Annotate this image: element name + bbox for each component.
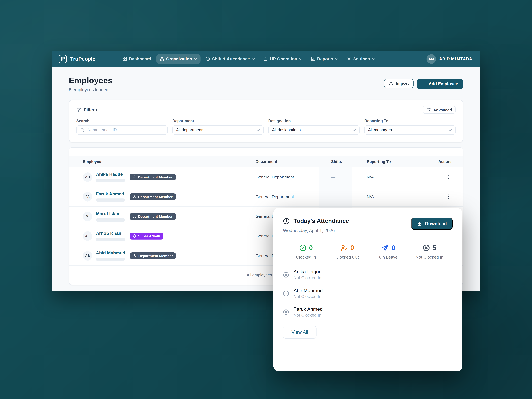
role-badge-label: Department Member (138, 175, 172, 179)
column-header-department: Department (255, 159, 331, 163)
trupeople-logo-icon (58, 54, 67, 63)
shield-icon (133, 234, 136, 238)
stat-label: Clocked In (296, 255, 316, 260)
role-badge-label: Department Member (138, 195, 172, 199)
person-icon (133, 195, 136, 198)
designation-select[interactable]: All designations (268, 125, 360, 135)
nav-item-organization[interactable]: Organization (156, 54, 201, 63)
kebab-icon (448, 194, 449, 199)
cell-department: General Department (255, 194, 331, 199)
stat-clocked-in: 0 Clocked In (291, 244, 322, 260)
page-subtitle: 5 employees loaded (69, 87, 113, 92)
cell-department: General Department (255, 175, 331, 179)
attendance-popup: Today's Attendance Wednesday, April 1, 2… (273, 208, 462, 371)
employee-avatar: MI (83, 212, 92, 221)
employee-avatar: AB (83, 251, 92, 260)
top-navbar: TruPeople Dashboard Organization (52, 51, 480, 67)
funnel-icon (76, 107, 81, 112)
department-select[interactable]: All departments (172, 125, 264, 135)
nav-label: Shift & Attendance (212, 57, 250, 61)
advanced-label: Advanced (433, 108, 452, 112)
attendance-entry-list: Anika Haque Not Clocked In Abir Mahmud N… (283, 269, 453, 317)
nav-item-dashboard[interactable]: Dashboard (119, 54, 155, 63)
chevron-down-icon (257, 129, 260, 131)
sliders-icon (427, 108, 431, 112)
person-icon (133, 214, 136, 218)
stat-label: Not Clocked In (416, 255, 443, 260)
circle-x-icon (283, 290, 289, 296)
employee-id-skeleton (96, 198, 125, 202)
nav-item-reports[interactable]: Reports (307, 54, 342, 63)
filter-field-search: Search (76, 119, 168, 135)
reporting-to-field-label: Reporting To (364, 119, 456, 123)
stat-value: 5 (432, 244, 436, 252)
person-icon (133, 254, 137, 258)
user-name: ABID MUJTABA (439, 57, 472, 61)
entry-name: Abir Mahmud (293, 288, 323, 293)
chevron-down-icon (335, 58, 338, 60)
department-field-label: Department (172, 119, 264, 123)
advanced-filters-button[interactable]: Advanced (423, 106, 456, 114)
employee-name-link[interactable]: Maruf Islam (96, 211, 120, 216)
row-actions-menu-button[interactable] (444, 192, 453, 201)
employee-name-link[interactable]: Abid Mahmud (96, 250, 125, 255)
employee-name-link[interactable]: Arnob Khan (96, 231, 121, 236)
bar-chart-icon (311, 57, 315, 61)
nav-item-settings[interactable]: Settings (343, 54, 378, 63)
app-logo: TruPeople (58, 54, 95, 63)
avatar: AM (427, 54, 436, 63)
entry-status: Not Clocked In (293, 313, 323, 318)
kebab-icon (448, 174, 449, 179)
employee-name-link[interactable]: Anika Haque (96, 172, 123, 177)
nav-item-shift-attendance[interactable]: Shift & Attendance (202, 54, 258, 63)
cell-reporting-to: N/A (367, 175, 435, 179)
column-header-employee: Employee (83, 159, 255, 163)
employee-avatar: AK (83, 231, 92, 241)
download-icon (417, 221, 422, 226)
entry-name: Faruk Ahmed (293, 306, 323, 312)
employee-avatar: FA (83, 192, 92, 201)
list-item: Anika Haque Not Clocked In (283, 269, 453, 280)
import-button[interactable]: Import (384, 79, 414, 88)
download-label: Download (425, 221, 447, 226)
column-header-shifts: Shifts (331, 159, 367, 163)
person-check-icon (340, 244, 348, 251)
stat-value: 0 (350, 244, 354, 252)
role-badge-label: Super Admin (138, 234, 160, 238)
nav-label: Settings (353, 57, 370, 61)
chevron-down-icon (372, 58, 375, 60)
attendance-stats: 0 Clocked In 0 Clocked Out 0 (283, 244, 453, 260)
chevron-down-icon (449, 129, 452, 131)
organization-icon (160, 57, 164, 61)
attendance-title: Today's Attendance (293, 217, 349, 225)
page-header: Employees 5 employees loaded Import Add … (69, 76, 463, 92)
circle-x-icon (283, 272, 289, 278)
employee-name-link[interactable]: Faruk Ahmed (96, 191, 124, 196)
user-menu[interactable]: AM ABID MUJTABA (427, 54, 472, 63)
circle-x-icon (283, 309, 289, 315)
column-header-reporting-to: Reporting To (367, 159, 435, 163)
list-item: Faruk Ahmed Not Clocked In (283, 306, 453, 318)
role-badge: Department Member (130, 213, 176, 220)
circle-check-icon (299, 244, 306, 251)
list-item: Abir Mahmud Not Clocked In (283, 288, 453, 299)
employee-avatar: AH (83, 172, 92, 182)
stat-value: 0 (391, 244, 395, 252)
gear-icon (347, 57, 351, 61)
filter-field-designation: Designation All designations (268, 119, 360, 135)
nav-item-hr-operation[interactable]: HR Operation (260, 54, 306, 63)
add-employee-button[interactable]: Add Employee (417, 79, 463, 89)
view-all-button[interactable]: View All (283, 326, 317, 339)
search-field-label: Search (76, 119, 168, 123)
row-actions-menu-button[interactable] (444, 172, 453, 181)
search-input[interactable] (87, 127, 164, 133)
role-badge: Department Member (130, 173, 176, 180)
column-header-actions: Actions (438, 159, 453, 163)
role-badge: Department Member (130, 193, 176, 200)
table-header-row: Employee Department Shifts Reporting To … (69, 156, 463, 167)
table-row: AH Anika Haque Department Member General… (69, 167, 463, 187)
nav-label: Reports (317, 57, 333, 61)
reporting-to-select[interactable]: All managers (364, 125, 456, 135)
download-button[interactable]: Download (411, 217, 453, 230)
stat-label: On Leave (379, 255, 398, 260)
